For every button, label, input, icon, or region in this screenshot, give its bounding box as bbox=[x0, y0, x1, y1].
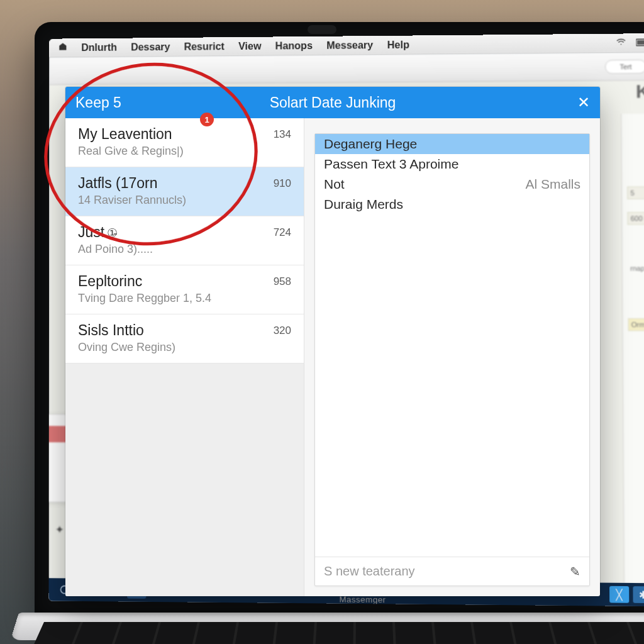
list-item-title: Sisls Inttio bbox=[78, 322, 175, 339]
list-item-title: My Leavention bbox=[78, 126, 184, 143]
detail-row-right: Al Smalls bbox=[525, 177, 580, 192]
detail-row-label: Not bbox=[324, 177, 345, 192]
list-item[interactable]: Eepltorinc Tving Dare Reggber 1, 5.4 958 bbox=[65, 265, 304, 314]
list-item-count: 958 bbox=[274, 273, 291, 288]
list-item-count: 724 bbox=[274, 224, 291, 239]
list-item[interactable]: 1 My Leavention Real Give & Regins|) 134 bbox=[65, 118, 304, 167]
list-item[interactable]: Just①̵ Ad Poino 3)..... 724 bbox=[65, 216, 304, 265]
background-toolbar: Tert ▶ bbox=[49, 52, 644, 85]
background-label: rnap bbox=[628, 262, 644, 274]
detail-row-label: Deganerg Hege bbox=[324, 136, 417, 152]
scene: Dnlurth Dessary Resurict View Hanops Mes… bbox=[0, 0, 644, 644]
menu-item[interactable]: Resurict bbox=[184, 41, 225, 53]
list-item-subtitle: Oving Cwe Regins) bbox=[78, 341, 175, 354]
background-field: 5 bbox=[627, 186, 644, 199]
wifi-icon bbox=[615, 37, 627, 48]
detail-row[interactable]: Not Al Smalls bbox=[315, 174, 589, 194]
menu-item[interactable]: Dnlurth bbox=[81, 42, 117, 53]
apple-menu-icon[interactable] bbox=[58, 42, 67, 53]
new-item-input[interactable]: S new teaterany bbox=[324, 564, 415, 579]
list-item-subtitle: Real Give & Regins|) bbox=[78, 145, 184, 158]
menu-item[interactable]: Help bbox=[387, 39, 409, 50]
list-item-subtitle: 14 Raviser Rannucls) bbox=[78, 194, 186, 207]
list-item-subtitle: Ad Poino 3)..... bbox=[78, 243, 153, 256]
right-pane: Deganerg Hege Passen Text 3 Aproime Not … bbox=[304, 118, 600, 596]
laptop-keyboard bbox=[25, 622, 644, 644]
detail-row-label: Duraig Merds bbox=[324, 197, 403, 212]
background-toolbar-pill: Tert bbox=[605, 59, 644, 74]
background-field: Ormbn bbox=[628, 318, 644, 331]
detail-card: Deganerg Hege Passen Text 3 Aproime Not … bbox=[314, 133, 590, 586]
list-item[interactable]: Jatfls (17orn 14 Raviser Rannucls) 910 bbox=[65, 167, 304, 216]
modal-header: Keep 5 Solart Date Junking ✕ bbox=[65, 87, 600, 118]
detail-row-label: Passen Text 3 Aproime bbox=[324, 157, 458, 172]
background-right-column: 5 600 cm rnap Ormbn bbox=[621, 113, 644, 583]
taskbar-tray[interactable]: ✱ bbox=[633, 586, 644, 603]
menu-item[interactable]: View bbox=[238, 40, 261, 52]
left-list: 1 My Leavention Real Give & Regins|) 134… bbox=[65, 118, 304, 596]
list-item-title: Just①̵ bbox=[78, 224, 153, 241]
list-item-count: 134 bbox=[274, 126, 291, 141]
menu-item[interactable]: Dessary bbox=[131, 41, 170, 52]
modal-header-left: Keep 5 bbox=[75, 94, 121, 111]
menu-item[interactable]: Hanops bbox=[275, 40, 313, 52]
list-item[interactable]: Sisls Inttio Oving Cwe Regins) 320 bbox=[65, 314, 304, 364]
detail-row[interactable]: Passen Text 3 Aproime bbox=[315, 154, 589, 174]
battery-icon bbox=[636, 37, 644, 48]
notification-badge: 1 bbox=[200, 113, 214, 126]
list-item-subtitle: Tving Dare Reggber 1, 5.4 bbox=[78, 292, 211, 305]
person-icon: ①̵ bbox=[107, 226, 118, 240]
menubar-status bbox=[615, 36, 644, 48]
camera-notch bbox=[308, 25, 336, 34]
list-item-title: Jatfls (17orn bbox=[78, 175, 186, 192]
list-item-title: Eepltorinc bbox=[78, 273, 211, 290]
list-item-count: 320 bbox=[274, 322, 291, 337]
detail-footer: S new teaterany ✎ bbox=[315, 557, 589, 586]
background-title: KAG bbox=[636, 80, 644, 103]
modal-dialog: Keep 5 Solart Date Junking ✕ 1 My Leaven… bbox=[65, 87, 600, 596]
svg-rect-1 bbox=[637, 40, 644, 44]
modal-header-title: Solart Date Junking bbox=[65, 94, 600, 111]
detail-row[interactable]: Duraig Merds bbox=[315, 194, 589, 214]
pencil-icon[interactable]: ✎ bbox=[570, 564, 580, 579]
taskbar-tray[interactable]: ╳ bbox=[609, 586, 629, 603]
close-icon[interactable]: ✕ bbox=[577, 95, 590, 110]
menu-item[interactable]: Messeary bbox=[326, 40, 373, 52]
list-item-count: 910 bbox=[274, 175, 291, 190]
background-field: 600 cm bbox=[627, 212, 644, 225]
detail-row[interactable]: Deganerg Hege bbox=[315, 134, 589, 154]
